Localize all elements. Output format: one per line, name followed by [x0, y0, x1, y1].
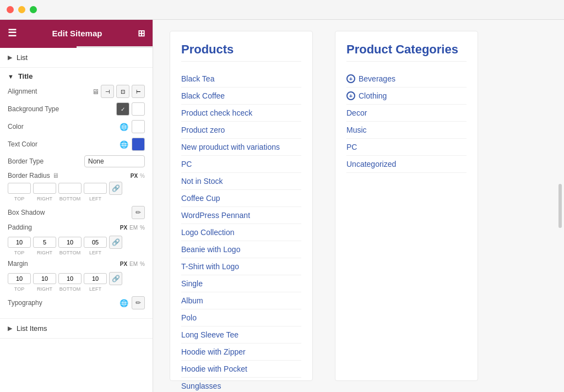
title-section-header[interactable]: ▼ Title [8, 72, 145, 80]
title-section: ▼ Title Alignment 🖥 ⊣ ⊡ ⊢ Background Typ… [0, 68, 153, 319]
scroll-indicator[interactable] [558, 184, 562, 228]
padding-bottom-input[interactable] [58, 237, 82, 248]
close-button[interactable] [7, 6, 14, 13]
margin-left-label: LEFT [84, 286, 107, 292]
list-item[interactable]: Uncategorized [346, 156, 467, 173]
px-unit-btn[interactable]: PX [131, 173, 138, 179]
top-corner-label: TOP [8, 196, 31, 202]
padding-label: Padding [8, 224, 120, 231]
maximize-button[interactable] [30, 6, 37, 13]
border-type-select[interactable]: None Solid Dashed Dotted [84, 155, 145, 167]
typography-row: Typography 🌐 ✏ [8, 296, 145, 309]
list-item[interactable]: Product zero [181, 122, 301, 139]
padding-labels: TOP RIGHT BOTTOM LEFT [8, 250, 145, 255]
padding-unit-toggle: PX EM % [120, 225, 145, 231]
align-center-button[interactable]: ⊡ [116, 85, 129, 98]
text-color-swatch[interactable] [132, 138, 145, 151]
margin-left-input[interactable] [84, 273, 107, 284]
padding-px-btn[interactable]: PX [120, 225, 127, 231]
padding-right-input[interactable] [33, 237, 56, 248]
list-item[interactable]: Hoodie with Zipper [181, 344, 301, 361]
padding-left-input[interactable] [84, 237, 107, 248]
padding-link-btn[interactable]: 🔗 [109, 236, 122, 249]
margin-em-btn[interactable]: EM [129, 261, 138, 267]
margin-header-row: Margin PX EM % [8, 260, 145, 268]
list-item[interactable]: +Beverages [346, 70, 467, 88]
list-item[interactable]: Decor [346, 105, 467, 122]
list-item[interactable]: Long Sleeve Tee [181, 326, 301, 344]
menu-icon[interactable]: ☰ [8, 27, 17, 39]
margin-top-input[interactable] [8, 273, 31, 284]
category-label: Beverages [359, 74, 395, 83]
color-globe-icon: 🌐 [118, 121, 129, 132]
list-item[interactable]: Black Coffee [181, 88, 301, 105]
border-radius-link-btn[interactable]: 🔗 [109, 182, 122, 195]
list-item[interactable]: PC [181, 156, 301, 173]
list-label: List [17, 53, 28, 62]
margin-bottom-input[interactable] [58, 273, 82, 284]
grid-icon[interactable]: ⊞ [138, 28, 145, 39]
padding-em-btn[interactable]: EM [129, 225, 138, 231]
category-item-with-plus: +Beverages [346, 74, 467, 83]
title-label: Title [18, 72, 33, 80]
border-radius-left-input[interactable] [84, 183, 107, 194]
expand-category-icon[interactable]: + [346, 91, 355, 100]
border-radius-bottom-input[interactable] [58, 183, 82, 194]
title-arrow-icon: ▼ [8, 73, 14, 80]
list-item[interactable]: Polo [181, 309, 301, 326]
pct-unit-btn[interactable]: % [140, 173, 145, 179]
background-type-row: Background Type ✓ [8, 102, 145, 116]
minimize-button[interactable] [18, 6, 25, 13]
border-radius-label-group: Border Radius 🖥 [8, 172, 59, 179]
list-item[interactable]: Album [181, 292, 301, 309]
list-item[interactable]: Product check hceck [181, 105, 301, 122]
color-swatch[interactable] [132, 120, 145, 133]
border-radius-top-input[interactable] [8, 183, 31, 194]
margin-label: Margin [8, 260, 120, 268]
list-item[interactable]: Sunglasses [181, 378, 301, 392]
list-item[interactable]: Black Tea [181, 70, 301, 88]
border-radius-desktop-icon: 🖥 [52, 172, 59, 179]
list-item[interactable]: +Clothing [346, 88, 467, 105]
app-container: ☰ Edit Sitemap ⊞ ▶ List ▼ Title Alignmen [0, 20, 564, 392]
border-radius-units: PX % [131, 173, 145, 179]
margin-bottom-label: BOTTOM [58, 286, 82, 292]
bg-white-swatch[interactable] [132, 102, 145, 116]
list-items-section[interactable]: ▶ List Items [0, 319, 153, 339]
border-radius-right-input[interactable] [33, 183, 56, 194]
margin-link-btn[interactable]: 🔗 [109, 272, 122, 285]
margin-unit-toggle: PX EM % [120, 261, 145, 267]
sidebar-progress [0, 46, 153, 48]
list-item[interactable]: Logo Collection [181, 224, 301, 241]
list-item[interactable]: WordPress Pennant [181, 207, 301, 224]
expand-category-icon[interactable]: + [346, 74, 355, 83]
list-item[interactable]: Beanie with Logo [181, 241, 301, 258]
padding-pct-btn[interactable]: % [140, 225, 145, 231]
margin-px-btn[interactable]: PX [120, 261, 127, 267]
categories-heading: Product Categories [346, 42, 467, 62]
align-left-button[interactable]: ⊣ [101, 85, 114, 98]
background-type-label: Background Type [8, 105, 116, 113]
align-right-button[interactable]: ⊢ [132, 85, 145, 98]
sidebar-header: ☰ Edit Sitemap ⊞ [0, 20, 153, 46]
list-item[interactable]: Music [346, 122, 467, 139]
border-radius-inputs: 🔗 [8, 182, 145, 195]
margin-pct-btn[interactable]: % [140, 261, 145, 267]
typography-edit-btn[interactable]: ✏ [132, 296, 145, 309]
categories-list: +Beverages+ClothingDecorMusicPCUncategor… [346, 70, 467, 173]
list-item[interactable]: Hoodie with Pocket [181, 361, 301, 378]
list-item[interactable]: PC [346, 139, 467, 156]
margin-right-input[interactable] [33, 273, 56, 284]
padding-top-input[interactable] [8, 237, 31, 248]
list-item[interactable]: Not in Stock [181, 173, 301, 190]
text-color-row: Text Color 🌐 [8, 138, 145, 151]
list-item[interactable]: Coffee Cup [181, 190, 301, 207]
bg-checked-swatch[interactable]: ✓ [116, 102, 129, 116]
box-shadow-edit-btn[interactable]: ✏ [132, 206, 145, 219]
list-item[interactable]: Single [181, 275, 301, 292]
background-type-controls: ✓ [116, 102, 145, 116]
list-item[interactable]: T-Shirt with Logo [181, 258, 301, 275]
margin-inputs: 🔗 [8, 272, 145, 285]
list-item[interactable]: New prouduct with variations [181, 139, 301, 156]
list-section[interactable]: ▶ List [0, 48, 153, 68]
